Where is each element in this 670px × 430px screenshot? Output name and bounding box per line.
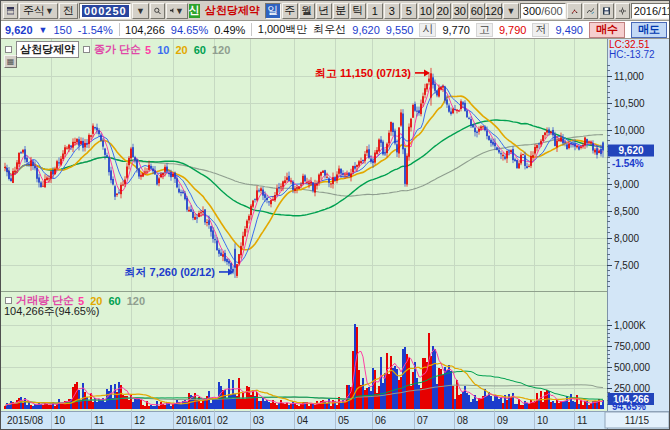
svg-text:11: 11 (577, 415, 588, 426)
period-tab-주[interactable]: 주 (282, 3, 298, 19)
stock-chart-window: 주식▼ 전 000250 ▼ ▼ 신 삼천당제약 일주월년분틱 13510203… (0, 0, 670, 430)
down-arrow-icon: ▼ (39, 25, 48, 35)
interval-button-5[interactable]: 5 (401, 3, 417, 19)
new-stock-badge: 신 (189, 4, 200, 18)
ma-period-60: 60 (194, 44, 206, 56)
svg-text:9,000: 9,000 (614, 179, 639, 190)
stock-name: 삼천당제약 (201, 3, 264, 18)
svg-text:최고 11,150 (07/13): 최고 11,150 (07/13) (315, 67, 411, 79)
open-label: 시 (419, 23, 436, 37)
stock-code-input[interactable]: 000250 (79, 3, 131, 19)
save-icon[interactable] (599, 3, 614, 19)
interval-button-20[interactable]: 20 (435, 3, 451, 19)
ma-period-20: 20 (175, 44, 187, 56)
ma-period-5: 5 (145, 44, 151, 56)
svg-text:04: 04 (297, 415, 309, 426)
asset-type-select[interactable]: 주식▼ (19, 3, 58, 19)
svg-text:02: 02 (217, 415, 229, 426)
gear-icon[interactable] (615, 3, 630, 19)
ma-period-60: 60 (108, 295, 120, 307)
search-icon[interactable] (150, 3, 165, 19)
quote-turnover: 0.49% (214, 24, 245, 36)
high-price: 9,790 (499, 24, 527, 36)
price-ma-label: 종가 단순 (94, 42, 141, 57)
quote-volume: 104,266 (125, 24, 165, 36)
interval-button-10[interactable]: 10 (418, 3, 434, 19)
period-tab-일[interactable]: 일 (265, 3, 281, 19)
svg-text:7,500: 7,500 (614, 260, 639, 271)
date-field[interactable]: 2016/11/15 (631, 3, 670, 19)
interval-button-group: 13510203060120 (367, 3, 502, 19)
chevron-down-icon: ▼ (45, 6, 54, 16)
svg-text:1,000K: 1,000K (614, 320, 646, 331)
legend-checkbox-icon[interactable] (5, 297, 12, 304)
svg-text:10: 10 (54, 415, 66, 426)
svg-text:05: 05 (338, 415, 350, 426)
svg-text:09: 09 (497, 415, 509, 426)
interval-dropdown[interactable]: ▼ (503, 3, 519, 19)
low-price: 9,490 (555, 24, 583, 36)
svg-text:8,500: 8,500 (614, 206, 639, 217)
chart-mini-tool-icon[interactable]: ▦ (4, 55, 17, 68)
svg-text:03: 03 (253, 415, 265, 426)
svg-text:8,000: 8,000 (614, 233, 639, 244)
period-tab-group: 일주월년분틱 (265, 3, 366, 19)
svg-text:10: 10 (537, 415, 549, 426)
period-tab-월[interactable]: 월 (299, 3, 315, 19)
bar-count-input[interactable]: 300/600 (520, 3, 566, 19)
interval-button-60[interactable]: 60 (469, 3, 485, 19)
svg-text:11: 11 (94, 415, 105, 426)
buy-button[interactable]: 매수 (589, 22, 625, 38)
main-toolbar: 주식▼ 전 000250 ▼ ▼ 신 삼천당제약 일주월년분틱 13510203… (1, 1, 670, 20)
best-quote-label: 최우선 (313, 22, 346, 37)
svg-text:08: 08 (457, 415, 469, 426)
interval-button-3[interactable]: 3 (384, 3, 400, 19)
code-dropdown-button[interactable]: ▼ (132, 3, 149, 19)
svg-text:94.65%: 94.65% (612, 401, 646, 412)
svg-text:최저 7,260 (02/12): 최저 7,260 (02/12) (125, 266, 216, 278)
draw-tool-icon[interactable] (567, 3, 582, 19)
svg-text:2016/01: 2016/01 (176, 415, 213, 426)
svg-text:2015/08: 2015/08 (7, 415, 44, 426)
svg-text:07: 07 (417, 415, 429, 426)
interval-button-30[interactable]: 30 (452, 3, 468, 19)
quote-change: 150 (53, 24, 71, 36)
high-label: 고 (476, 23, 493, 37)
price-pane-legend: 삼천당제약 종가 단순 5102060120 (5, 41, 230, 58)
ma-period-120: 120 (212, 44, 230, 56)
volume-summary: 104,266주(94.65%) (4, 304, 99, 319)
period-tab-틱[interactable]: 틱 (350, 3, 366, 19)
chart-canvas[interactable]: 삼천당제약 종가 단순 5102060120 ▦ 거래량 단순 52060120… (1, 39, 670, 430)
sell-button[interactable]: 매도 (631, 22, 667, 38)
svg-text:-1.54%: -1.54% (612, 158, 644, 169)
chart-plot[interactable]: 최고 11,150 (07/13)최저 7,260 (02/12)LC:32.5… (1, 39, 670, 430)
quote-price: 9,620 (5, 24, 33, 36)
legend-checkbox-icon[interactable] (83, 46, 90, 53)
open-price: 9,770 (442, 24, 470, 36)
interval-button-120[interactable]: 120 (486, 3, 502, 19)
svg-text:500,000: 500,000 (614, 362, 651, 373)
quote-change-pct: -1.54% (78, 24, 113, 36)
svg-text:11,000: 11,000 (614, 71, 644, 82)
quick-menu-icon[interactable] (3, 3, 18, 19)
svg-text:12: 12 (134, 415, 146, 426)
ma-period-120: 120 (127, 295, 145, 307)
svg-text:10,000: 10,000 (614, 125, 645, 136)
jeon-button[interactable]: 전 (59, 3, 78, 19)
quote-strip: 9,620 ▼ 150 -1.54% 104,266 94.65% 0.49% … (1, 20, 670, 39)
svg-text:06: 06 (375, 415, 387, 426)
svg-text:750,000: 750,000 (614, 341, 651, 352)
speaker-icon[interactable]: ▼ (166, 3, 188, 19)
chart-tool-icon[interactable] (583, 3, 598, 19)
best-ask: 9,620 (352, 24, 380, 36)
quote-volume-ratio: 94.65% (171, 24, 208, 36)
best-bid: 9,550 (386, 24, 414, 36)
interval-button-1[interactable]: 1 (367, 3, 383, 19)
period-tab-분[interactable]: 분 (333, 3, 349, 19)
legend-checkbox-icon[interactable] (5, 46, 12, 53)
price-ma-periods: 5102060120 (145, 44, 230, 56)
low-label: 저 (532, 23, 549, 37)
svg-text:9,620: 9,620 (618, 145, 643, 156)
svg-text:10,500: 10,500 (614, 98, 645, 109)
period-tab-년[interactable]: 년 (316, 3, 332, 19)
